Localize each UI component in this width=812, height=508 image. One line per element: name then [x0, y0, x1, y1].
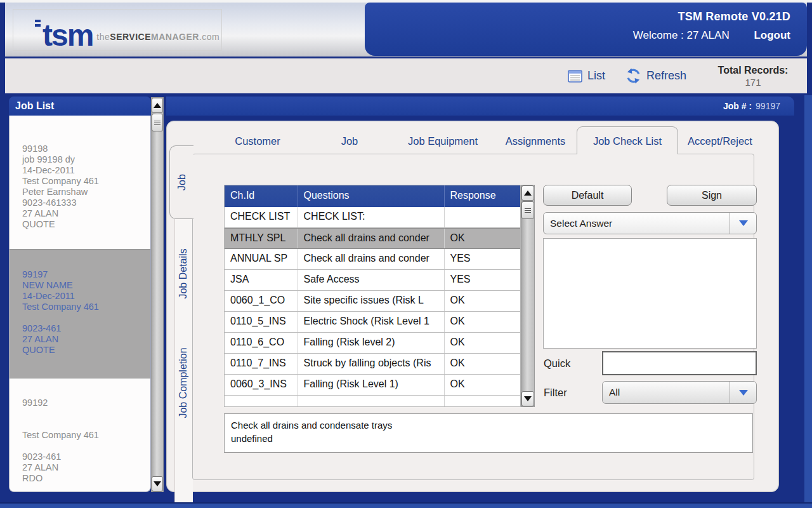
- cell-question: CHECK LIST:: [298, 207, 445, 227]
- logo-tsm-text: tsm: [43, 23, 93, 48]
- cell-response: [445, 396, 521, 407]
- toolbar: List Refresh Total Records: 171: [5, 58, 807, 93]
- list-icon: [568, 70, 582, 83]
- table-row[interactable]: JSASafe AccessYES: [225, 270, 520, 291]
- cell-chid: 0110_5_INS: [225, 312, 298, 332]
- column-header-chid[interactable]: Ch.Id: [225, 185, 298, 207]
- job-list-sidebar: Job List 99198 job 99198 dy 14-Dec-2011 …: [9, 97, 151, 492]
- job-list-title: Job List: [9, 97, 151, 116]
- total-records: Total Records: 171: [705, 64, 801, 88]
- filter-dropdown[interactable]: All: [602, 381, 757, 404]
- cell-chid: [225, 396, 298, 407]
- dropdown-arrow-segment[interactable]: [730, 382, 756, 403]
- arrow-up-icon: [524, 190, 532, 196]
- cell-chid: 0110_6_CO: [225, 333, 298, 353]
- filter-label: Filter: [544, 387, 567, 399]
- job-list-item[interactable]: 99192 Test Company 461 9023-461 27 ALAN …: [10, 378, 150, 491]
- window-bottom-border: [0, 502, 812, 508]
- tab-customer[interactable]: Customer: [235, 135, 280, 147]
- table-row[interactable]: 0110_6_COFalling (Risk level 2)OK: [225, 333, 520, 354]
- vtab-job-label: Job: [176, 174, 187, 190]
- cell-response: OK: [445, 229, 521, 248]
- cell-question: Electric Shock (Risk Level 1: [298, 312, 445, 332]
- table-row[interactable]: 0060_1_COSite specific issues (Risk LOK: [225, 291, 520, 312]
- quick-input[interactable]: [602, 351, 757, 375]
- job-list-item[interactable]: 99198 job 99198 dy 14-Dec-2011 Test Comp…: [10, 116, 150, 249]
- cell-response: YES: [445, 249, 521, 269]
- table-row[interactable]: 0060_3_INSFalling (Risk Level 1)OK: [225, 375, 520, 396]
- cell-question: Safe Access: [298, 270, 445, 290]
- logo-com: .com: [199, 32, 219, 42]
- vtab-job-details[interactable]: Job Details: [178, 248, 189, 298]
- vtab-job[interactable]: Job: [169, 145, 193, 219]
- filter-value: All: [603, 387, 730, 398]
- cell-question: Falling (Risk level 2): [298, 333, 445, 353]
- logo-the: the: [96, 32, 110, 42]
- tab-accept-reject[interactable]: Accept/Reject: [688, 135, 752, 147]
- table-scrollbar[interactable]: [521, 185, 535, 407]
- column-header-question[interactable]: Questions: [298, 185, 445, 207]
- default-button[interactable]: Default: [543, 185, 632, 206]
- cell-response: OK: [445, 312, 521, 332]
- table-row[interactable]: [225, 396, 520, 407]
- total-records-value: 171: [705, 76, 801, 88]
- table-row[interactable]: 0110_7_INSStruck by falling objects (Ris…: [225, 354, 520, 375]
- cell-response: YES: [445, 270, 521, 290]
- tsm-logo-mark-icon: [35, 20, 41, 29]
- vtab-job-completion[interactable]: Job Completion: [178, 347, 189, 418]
- cell-question: Site specific issues (Risk L: [298, 291, 445, 311]
- job-list-item-selected[interactable]: 99197 NEW NAME 14-Dec-2011 Test Company …: [10, 249, 150, 378]
- tab-job-equipment[interactable]: Job Equipment: [408, 135, 478, 147]
- tab-job[interactable]: Job: [341, 135, 358, 147]
- sign-button[interactable]: Sign: [667, 185, 757, 206]
- table-row-selected[interactable]: MTHLY SPLCheck all drains and conderOK: [225, 228, 520, 249]
- scroll-up-button[interactable]: [521, 185, 534, 201]
- answer-notes-box[interactable]: [543, 238, 757, 349]
- column-header-response[interactable]: Response: [445, 185, 521, 207]
- refresh-label: Refresh: [646, 69, 686, 83]
- app-header: tsm theSERVICEMANAGER.com TSM Remote V0.…: [5, 3, 807, 57]
- cell-chid: 0060_3_INS: [225, 375, 298, 395]
- refresh-icon: [625, 68, 641, 84]
- window-right-border: [804, 95, 812, 508]
- list-button[interactable]: List: [568, 69, 605, 83]
- cell-question: [298, 396, 445, 407]
- cell-question: Check all drains and conder: [298, 249, 445, 269]
- refresh-button[interactable]: Refresh: [625, 68, 686, 84]
- cell-chid: JSA: [225, 270, 298, 290]
- cell-chid: ANNUAL SP: [225, 249, 298, 269]
- job-detail-column: Job # :99197 Customer Job Job Equipment …: [166, 97, 794, 500]
- scroll-up-button[interactable]: [152, 98, 163, 113]
- tab-job-check-list[interactable]: Job Check List: [593, 135, 662, 147]
- checklist-table-header: Ch.Id Questions Response: [225, 185, 520, 207]
- tab-assignments[interactable]: Assignments: [506, 135, 565, 147]
- chevron-down-icon: [739, 220, 748, 226]
- table-row[interactable]: ANNUAL SPCheck all drains and conderYES: [225, 249, 520, 270]
- cell-chid: 0060_1_CO: [225, 291, 298, 311]
- job-panel: Customer Job Job Equipment Assignments J…: [166, 121, 779, 492]
- cell-question: Check all drains and conder: [298, 229, 445, 248]
- scrollbar-thumb[interactable]: [152, 114, 163, 131]
- table-row[interactable]: 0110_5_INSElectric Shock (Risk Level 1OK: [225, 312, 520, 333]
- table-row[interactable]: CHECK LISTCHECK LIST:: [225, 207, 520, 228]
- select-answer-dropdown[interactable]: Select Answer: [543, 212, 757, 234]
- job-number-value: 99197: [756, 101, 780, 111]
- cell-chid: CHECK LIST: [225, 207, 298, 227]
- scroll-down-button[interactable]: [152, 476, 163, 491]
- cell-response: [445, 207, 521, 227]
- list-label: List: [587, 69, 605, 83]
- arrow-down-icon: [524, 396, 532, 401]
- job-number-label: Job # :: [723, 101, 752, 111]
- session-panel: TSM Remote V0.21D Welcome : 27 ALAN Logo…: [365, 3, 807, 56]
- question-detail-box: Check all drains and condensate trays un…: [224, 413, 753, 453]
- logo-manager: MANAGER: [151, 32, 199, 42]
- arrow-down-icon: [154, 481, 161, 486]
- chevron-down-icon: [739, 390, 748, 396]
- total-records-label: Total Records:: [705, 64, 801, 76]
- dropdown-arrow-segment[interactable]: [730, 213, 756, 234]
- sidebar-scrollbar[interactable]: [151, 97, 164, 492]
- logo-domain-text: theSERVICEMANAGER.com: [96, 32, 219, 42]
- scrollbar-thumb[interactable]: [521, 201, 534, 219]
- scroll-down-button[interactable]: [521, 391, 534, 406]
- logout-button[interactable]: Logout: [754, 29, 790, 41]
